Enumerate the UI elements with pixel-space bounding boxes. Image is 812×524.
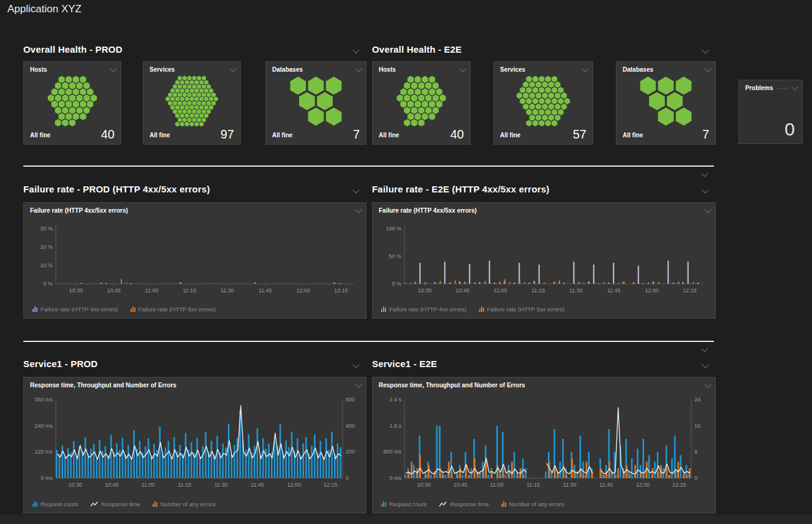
legend-item-5xx[interactable]: Failure rate (HTTP 5xx errors) [131, 306, 216, 313]
tile-label: Problems [745, 85, 773, 91]
chevron-down-icon[interactable] [459, 65, 466, 72]
tile-databases-e2e[interactable]: Databases All fine 7 [616, 61, 716, 145]
svg-text:0 %: 0 % [43, 281, 53, 287]
line-chart-icon [439, 501, 447, 507]
chevron-down-icon[interactable] [701, 345, 708, 352]
svg-text:11:45: 11:45 [259, 287, 272, 294]
status-text: All fine [500, 132, 520, 139]
legend-item-request-count[interactable]: Request count [381, 501, 427, 507]
svg-text:11:15: 11:15 [178, 482, 191, 488]
chevron-down-icon[interactable] [701, 170, 708, 177]
chart-tile-failure-prod[interactable]: Failure rate (HTTP 4xx/5xx errors) 30 %2… [23, 202, 366, 319]
bar-chart-icon [131, 306, 135, 312]
svg-text:12:15: 12:15 [683, 287, 697, 294]
svg-text:12:00: 12:00 [297, 287, 311, 294]
failure-e2e-chart[interactable]: 100 %50 %0 %10:3010:4511:0011:1511:3011:… [375, 219, 711, 298]
svg-text:0 ms: 0 ms [389, 475, 401, 481]
chart-title: Failure rate (HTTP 4xx/5xx errors) [379, 207, 477, 214]
svg-text:11:00: 11:00 [490, 482, 504, 488]
tile-hosts-prod[interactable]: Hosts All fine 40 [23, 61, 121, 145]
entity-count: 97 [221, 127, 234, 142]
svg-text:12:00: 12:00 [287, 482, 302, 488]
svg-text:10 %: 10 % [40, 262, 53, 268]
chevron-down-icon[interactable] [582, 65, 588, 72]
chevron-down-icon[interactable] [352, 47, 359, 53]
chart-legend: Request count Response time Number of an… [381, 501, 564, 507]
section-title-failure-e2e: Failure rate - E2E (HTTP 4xx/5xx errors) [372, 184, 550, 194]
bar-chart-icon [153, 501, 157, 507]
status-text: All fine [272, 132, 292, 139]
tile-databases-prod[interactable]: Databases All fine 7 [265, 61, 366, 145]
svg-text:11:30: 11:30 [569, 287, 583, 294]
svg-text:10:45: 10:45 [453, 482, 468, 488]
svg-text:11:00: 11:00 [142, 482, 155, 488]
legend-item-request-count[interactable]: Request count [32, 501, 78, 507]
chart-title: Failure rate (HTTP 4xx/5xx errors) [30, 207, 128, 214]
bar-chart-icon [32, 306, 37, 312]
chart-title: Response time, Throughput and Number of … [379, 382, 525, 389]
entity-count: 40 [101, 127, 115, 142]
legend-item-5xx[interactable]: Failure rate (HTTP 5xx errors) [479, 306, 565, 313]
svg-text:11:30: 11:30 [214, 482, 228, 488]
svg-text:11:45: 11:45 [607, 287, 621, 294]
chevron-down-icon[interactable] [355, 65, 362, 72]
chevron-down-icon[interactable] [352, 186, 359, 193]
svg-text:12:15: 12:15 [672, 482, 686, 488]
legend-item-errors[interactable]: Number of any errors [153, 501, 216, 507]
filter-dash [776, 88, 789, 89]
chevron-down-icon[interactable] [704, 381, 711, 387]
svg-text:11:15: 11:15 [531, 287, 545, 294]
svg-text:1.6 s: 1.6 s [389, 423, 401, 429]
status-text: All fine [150, 132, 170, 139]
legend-item-response-time[interactable]: Response time [439, 501, 488, 507]
chart-legend: Failure rate (HTTP 4xx errors) Failure r… [32, 306, 216, 313]
tile-services-prod[interactable]: Services All fine 97 [143, 61, 241, 145]
svg-text:0: 0 [346, 475, 349, 481]
chevron-down-icon[interactable] [704, 65, 711, 72]
legend-item-4xx[interactable]: Failure rate (HTTP 4xx errors) [381, 306, 467, 313]
chevron-down-icon[interactable] [791, 83, 798, 90]
service-e2e-chart[interactable]: 2.4 s1.6 s800 ms0 ms24168010:3010:4511:0… [375, 393, 712, 493]
section-title-service1-prod: Service1 - PROD [23, 359, 97, 369]
tile-services-e2e[interactable]: Services All fine 57 [493, 61, 593, 145]
chevron-down-icon[interactable] [704, 206, 711, 213]
svg-text:11:00: 11:00 [145, 287, 159, 294]
svg-text:400: 400 [346, 423, 355, 429]
svg-text:10:45: 10:45 [107, 287, 121, 294]
chevron-down-icon[interactable] [229, 65, 236, 72]
service-prod-chart[interactable]: 360 ms240 ms120 ms0 ms600400200010:3010:… [26, 393, 363, 493]
svg-text:0 ms: 0 ms [40, 475, 53, 481]
svg-text:2.4 s: 2.4 s [389, 397, 401, 403]
svg-text:11:15: 11:15 [526, 482, 540, 488]
tile-hosts-e2e[interactable]: Hosts All fine 40 [372, 61, 471, 145]
svg-text:120 ms: 120 ms [34, 449, 53, 455]
tile-label: Databases [272, 66, 303, 73]
status-text: All fine [30, 132, 50, 139]
tile-label: Services [150, 66, 175, 73]
chevron-down-icon[interactable] [702, 47, 708, 53]
section-divider [23, 165, 714, 167]
honeycomb-services-e2e [498, 75, 589, 127]
chevron-down-icon[interactable] [702, 361, 708, 368]
svg-text:20 %: 20 % [40, 244, 53, 250]
chevron-down-icon[interactable] [702, 186, 708, 193]
tile-label: Hosts [379, 66, 396, 73]
section-title-failure-prod: Failure rate - PROD (HTTP 4xx/5xx errors… [23, 184, 210, 194]
svg-text:100 %: 100 % [385, 226, 401, 232]
legend-item-4xx[interactable]: Failure rate (HTTP 4xx errors) [32, 306, 118, 313]
legend-item-errors[interactable]: Number of any errors [501, 501, 564, 507]
tile-label: Databases [623, 66, 653, 73]
chevron-down-icon[interactable] [355, 206, 362, 213]
svg-text:11:00: 11:00 [494, 287, 507, 294]
chevron-down-icon[interactable] [355, 381, 362, 387]
tile-problems[interactable]: Problems 0 [738, 80, 803, 144]
chart-tile-service-e2e[interactable]: Response time, Throughput and Number of … [372, 377, 716, 514]
failure-prod-chart[interactable]: 30 %20 %10 %0 %10:3010:4511:0011:1511:30… [26, 219, 362, 298]
svg-text:200: 200 [346, 449, 355, 455]
chevron-down-icon[interactable] [352, 361, 359, 368]
chart-tile-failure-e2e[interactable]: Failure rate (HTTP 4xx/5xx errors) 100 %… [372, 202, 716, 319]
chevron-down-icon[interactable] [110, 65, 116, 72]
legend-item-response-time[interactable]: Response time [90, 501, 140, 507]
honeycomb-services-prod [147, 75, 237, 127]
chart-tile-service-prod[interactable]: Response time, Throughput and Number of … [23, 377, 366, 514]
